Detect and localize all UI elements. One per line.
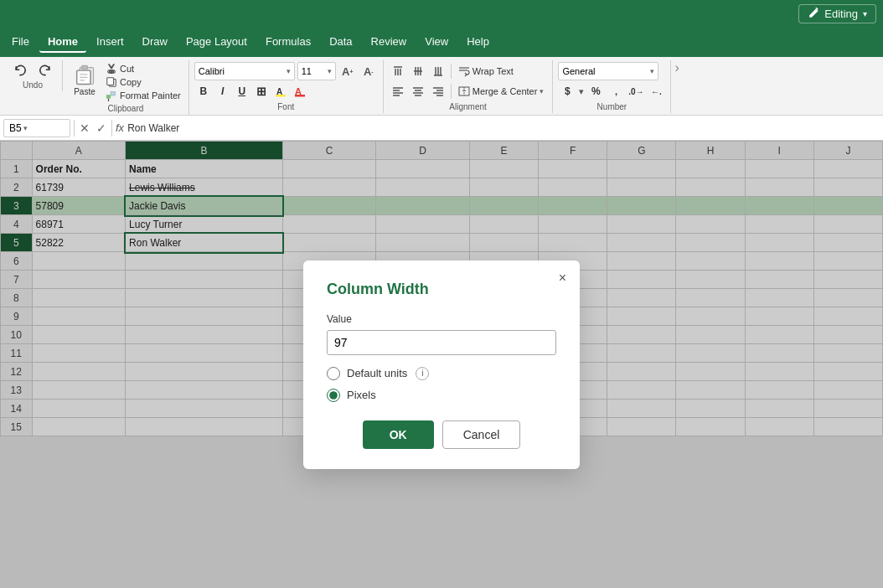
currency-button[interactable]: $ [558, 82, 576, 101]
undo-group-label: Undo [23, 80, 43, 90]
merge-center-button[interactable]: Merge & Center ▾ [455, 84, 548, 99]
border-button[interactable]: ⊞ [252, 82, 271, 101]
formula-input[interactable]: Ron Walker [127, 122, 880, 134]
app-container: Editing ▾ File Home Insert Draw Page Lay… [0, 0, 883, 588]
svg-rect-2 [82, 65, 88, 70]
font-size-decrease-button[interactable]: A- [359, 62, 378, 80]
ribbon-group-alignment: Wrap Text [384, 60, 554, 113]
excel-body: Undo Paste [0, 57, 883, 588]
align-bottom-button[interactable] [429, 62, 447, 80]
menu-file[interactable]: File [3, 32, 38, 53]
font-size-increase-button[interactable]: A+ [338, 62, 357, 80]
font-size-dropdown-icon: ▾ [328, 67, 332, 75]
align-top-button[interactable] [389, 62, 407, 80]
formula-bar: B5 ▾ ✕ ✓ fx Ron Walker [0, 116, 883, 141]
title-bar: Editing ▾ [0, 0, 883, 27]
ribbon-more-icon[interactable]: › [674, 60, 679, 75]
font-family-select[interactable]: Calibri ▾ [194, 62, 295, 80]
dialog-close-button[interactable]: × [559, 271, 566, 286]
align-middle-button[interactable] [409, 62, 427, 80]
font-group-label: Font [277, 102, 294, 111]
font-size-value: 11 [302, 66, 312, 76]
copy-button[interactable]: Copy [103, 75, 183, 89]
default-units-radio[interactable] [327, 367, 340, 380]
italic-button[interactable]: I [214, 82, 232, 101]
menu-bar: File Home Insert Draw Page Layout Formul… [0, 27, 883, 57]
menu-draw[interactable]: Draw [134, 32, 176, 53]
fill-color-button[interactable]: A [271, 82, 290, 101]
increase-decimal-button[interactable]: .0→ [627, 82, 645, 101]
menu-home[interactable]: Home [39, 32, 86, 53]
value-label: Value [327, 313, 556, 325]
pencil-icon [808, 8, 819, 19]
default-units-label: Default units [347, 367, 407, 379]
font-size-select[interactable]: 11 ▾ [297, 62, 336, 80]
cancel-formula-icon[interactable]: ✕ [78, 120, 91, 137]
number-format-select[interactable]: General ▾ [558, 62, 658, 80]
dialog-buttons: OK Cancel [327, 420, 556, 449]
svg-rect-12 [106, 95, 111, 98]
wrap-text-label: Wrap Text [472, 66, 514, 76]
bold-button[interactable]: B [194, 82, 213, 101]
svg-rect-11 [107, 78, 114, 85]
number-group-label: Number [597, 102, 627, 111]
modal-overlay: × Column Width Value Default units i Pix… [0, 141, 883, 588]
pixels-radio[interactable] [327, 389, 340, 402]
cell-reference-box[interactable]: B5 ▾ [3, 119, 70, 137]
formula-bar-separator [74, 120, 75, 137]
editing-dropdown-icon[interactable]: ▾ [863, 9, 867, 18]
redo-button[interactable] [34, 62, 57, 79]
paste-label: Paste [74, 87, 96, 96]
number-format-dropdown-icon: ▾ [650, 67, 654, 75]
ok-button[interactable]: OK [363, 420, 434, 449]
ribbon-group-number: General ▾ $ ▾ % , .0→ ←. Number [553, 60, 671, 113]
cell-ref-value: B5 [9, 122, 22, 134]
menu-page-layout[interactable]: Page Layout [178, 32, 256, 53]
editing-label: Editing [824, 8, 858, 20]
align-left-button[interactable] [389, 82, 407, 101]
menu-data[interactable]: Data [321, 32, 360, 53]
pixels-option[interactable]: Pixels [327, 389, 556, 402]
clipboard-sub: Cut Copy Format Painter [103, 62, 183, 102]
underline-button[interactable]: U [233, 82, 251, 101]
align-center-button[interactable] [409, 82, 427, 101]
decrease-decimal-button[interactable]: ←. [647, 82, 665, 101]
confirm-formula-icon[interactable]: ✓ [95, 120, 108, 137]
font-color-button[interactable]: A [291, 82, 309, 101]
undo-button[interactable] [8, 62, 32, 79]
menu-view[interactable]: View [416, 32, 457, 53]
menu-insert[interactable]: Insert [88, 32, 132, 53]
spreadsheet-area: A B C D E F G H I J 1Order No.Name261739… [0, 141, 883, 588]
pixels-label: Pixels [347, 389, 376, 401]
column-width-dialog: × Column Width Value Default units i Pix… [303, 260, 580, 469]
wrap-text-button[interactable]: Wrap Text [455, 64, 517, 79]
default-units-option[interactable]: Default units i [327, 367, 556, 380]
svg-rect-13 [111, 92, 115, 95]
formula-value: Ron Walker [127, 122, 179, 134]
comma-button[interactable]: , [607, 82, 625, 101]
format-painter-button[interactable]: Format Painter [103, 89, 183, 102]
cell-ref-dropdown[interactable]: ▾ [23, 124, 28, 132]
currency-dropdown[interactable]: ▾ [578, 86, 585, 97]
alignment-label: Alignment [449, 102, 486, 111]
merge-center-label: Merge & Center [472, 86, 538, 96]
editing-badge: Editing ▾ [798, 4, 876, 23]
cancel-button[interactable]: Cancel [442, 420, 521, 449]
menu-review[interactable]: Review [363, 32, 416, 53]
number-format-value: General [562, 66, 595, 76]
menu-formulas[interactable]: Formulas [257, 32, 319, 53]
ribbon-group-clipboard: Paste Cut Copy Format Pain [63, 60, 189, 115]
value-input[interactable] [327, 330, 556, 355]
svg-rect-18 [295, 95, 305, 97]
ribbon-group-font: Calibri ▾ 11 ▾ A+ A- B I U [189, 60, 384, 113]
copy-label: Copy [120, 77, 142, 87]
align-right-button[interactable] [429, 82, 447, 101]
svg-rect-16 [276, 95, 286, 97]
formula-bar-sep2 [111, 120, 112, 137]
ribbon-group-undo: Undo [3, 60, 63, 91]
paste-button[interactable]: Paste [68, 62, 101, 102]
radio-group: Default units i Pixels [327, 367, 556, 402]
cut-button[interactable]: Cut [103, 62, 183, 75]
menu-help[interactable]: Help [458, 32, 498, 53]
percent-button[interactable]: % [586, 82, 605, 101]
